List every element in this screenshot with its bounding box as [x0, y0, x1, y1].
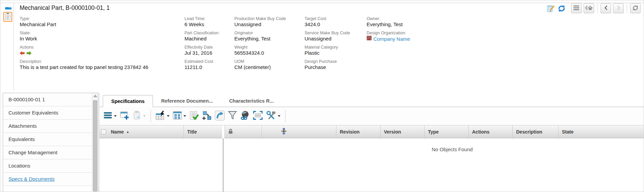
scroll-up-arrow-icon[interactable] [93, 94, 97, 97]
tab-reference-documents[interactable]: Reference Documen... [153, 95, 221, 107]
display-options-button[interactable] [173, 111, 186, 121]
back-home-button[interactable] [584, 3, 594, 13]
field-label: Lead Time: [184, 16, 234, 21]
tab-specifications[interactable]: Specifications [103, 95, 153, 107]
check-in-icon [189, 111, 199, 122]
field-value: In Work [20, 36, 179, 42]
navigation-sidebar: B-0000100-01 1 Customer Equivalents Atta… [3, 93, 98, 192]
clipboard-icon [5, 13, 11, 21]
field-label: Type: [20, 16, 179, 21]
collapse-pane-handle[interactable] [5, 7, 12, 10]
field-label: Owner: [367, 16, 479, 21]
frozen-pane-splitter[interactable] [222, 125, 224, 192]
empty-table-message: No Objects Found [432, 146, 473, 152]
column-header-lock[interactable] [225, 125, 262, 138]
navigation-list: B-0000100-01 1 Customer Equivalents Atta… [3, 93, 92, 192]
copy-link-button[interactable] [240, 110, 250, 122]
field-value: This is a test part created for top pane… [20, 64, 179, 70]
add-related-button[interactable] [202, 111, 212, 122]
chevron-left-icon [604, 5, 608, 12]
summary-column-5: Owner: Everything, Test Design Organizat… [367, 16, 479, 45]
field-label: State: [20, 30, 179, 36]
display-options-icon [173, 111, 182, 121]
field-label: Weight [234, 45, 304, 50]
dropdown-caret-icon [167, 115, 170, 117]
company-building-icon [367, 36, 372, 42]
menu-button[interactable] [571, 3, 582, 13]
clipboard-tab-button[interactable] [3, 12, 12, 22]
field-value: Everything, Test [234, 36, 304, 42]
sidebar-item-part[interactable]: B-0000100-01 1 [3, 93, 92, 106]
tools-button[interactable] [266, 111, 280, 121]
sync-icon[interactable] [557, 4, 566, 13]
filter-button[interactable] [228, 111, 237, 121]
column-header-description[interactable]: Description [513, 125, 559, 138]
dropdown-caret-icon [183, 115, 186, 117]
dropdown-caret-icon [114, 115, 117, 117]
bulk-edit-button[interactable] [156, 111, 170, 122]
sidebar-item-equivalents[interactable]: Equivalents [3, 133, 92, 146]
field-value: Plastic [305, 50, 366, 56]
open-in-window-button[interactable] [215, 110, 225, 122]
paste-button-disabled[interactable] [133, 110, 146, 122]
menu-button[interactable] [104, 111, 117, 121]
sidebar-scrollbar[interactable] [92, 93, 98, 192]
dropdown-caret-icon [278, 115, 280, 117]
column-header-name[interactable]: Name ▲ [108, 125, 184, 138]
promote-green-arrow-icon[interactable] [26, 51, 32, 55]
column-label: Type [428, 129, 439, 135]
column-label: Name [111, 129, 124, 135]
header-actions [547, 3, 641, 13]
column-header-version[interactable]: Version [380, 125, 425, 138]
check-in-button[interactable] [189, 111, 199, 122]
column-header-state[interactable]: State [559, 125, 644, 138]
field-value: 565534324.0 [234, 50, 304, 56]
sidebar-item-attachments[interactable]: Attachments [3, 120, 92, 133]
left-icon-strip [0, 3, 14, 91]
edit-note-icon[interactable] [547, 4, 555, 13]
create-new-button[interactable] [120, 110, 130, 122]
divider [627, 4, 627, 13]
forward-button[interactable] [613, 3, 624, 13]
field-value: CM (centimeter) [234, 64, 304, 70]
sidebar-item-locations[interactable]: Locations [3, 159, 92, 173]
column-header-type[interactable]: Type [425, 125, 469, 138]
field-value: Machined [184, 36, 234, 42]
column-header-revision[interactable]: Revision [336, 125, 380, 138]
toolbar-divider [151, 110, 151, 123]
lock-icon [228, 128, 233, 135]
design-organization-link[interactable]: Company Name [373, 36, 410, 42]
paste-icon [133, 110, 142, 122]
column-header-structure[interactable] [262, 125, 336, 138]
field-value: 3424.0 [305, 21, 366, 28]
column-label: Actions [472, 129, 489, 135]
demote-red-arrow-icon[interactable] [20, 51, 25, 55]
column-label: Version [384, 129, 401, 135]
divider [597, 4, 598, 13]
sidebar-item-specs-documents[interactable]: Specs & Documents [3, 173, 92, 186]
refresh-button[interactable] [630, 3, 641, 13]
scrollbar-thumb[interactable] [93, 100, 97, 191]
toolbar-divider [285, 110, 286, 123]
column-header-actions[interactable]: Actions [469, 125, 513, 138]
select-table-button[interactable] [253, 111, 263, 121]
column-header-title[interactable]: Title [184, 125, 223, 138]
sidebar-item-change-management[interactable]: Change Management [3, 146, 92, 159]
field-value: Unassigned [234, 21, 304, 28]
select-all-checkbox[interactable] [101, 129, 106, 134]
sidebar-item-customer-equivalents[interactable]: Customer Equivalents [3, 106, 92, 120]
tab-characteristics[interactable]: Characteristics R... [221, 95, 282, 107]
back-button[interactable] [601, 3, 611, 13]
filter-icon [228, 111, 237, 121]
field-label: Estimated Cost [184, 59, 234, 64]
field-value: Unassigned [305, 36, 366, 42]
content-pane: Specifications Reference Documen... Char… [99, 93, 644, 192]
select-table-icon [253, 111, 263, 121]
field-label: Material Category [305, 45, 366, 50]
dropdown-caret-icon [143, 115, 146, 117]
tab-bar: Specifications Reference Documen... Char… [99, 93, 644, 107]
hamburger-icon [573, 5, 579, 12]
field-label: Description: [20, 59, 179, 64]
copy-link-icon [240, 110, 250, 122]
top-divider [0, 3, 644, 3]
